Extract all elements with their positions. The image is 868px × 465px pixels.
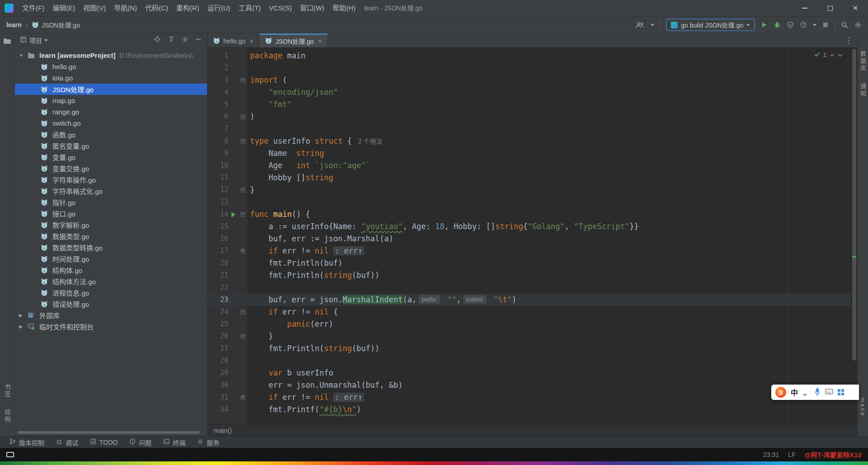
code-line[interactable]: 29 var b userInfo [208, 367, 851, 379]
code-line[interactable]: 7 [208, 123, 851, 135]
project-file-row[interactable]: hello.go [15, 61, 207, 72]
tool-window-button[interactable]: 服务 [191, 437, 225, 448]
chevron-down-icon[interactable] [813, 24, 816, 26]
project-file-row[interactable]: 变量交换.go [15, 163, 207, 174]
code-line[interactable]: 20 fmt.Println(buf) [208, 257, 851, 269]
project-file-row[interactable]: 指针.go [15, 197, 207, 208]
microphone-icon[interactable] [814, 388, 821, 397]
tool-stripe-item[interactable]: 数据库 [859, 51, 867, 72]
tab-close-icon[interactable]: ✕ [250, 38, 254, 44]
maximize-button[interactable] [817, 0, 843, 16]
search-everywhere-icon[interactable] [841, 21, 849, 29]
code-line[interactable]: 31+ if err != nil : err↑ [208, 391, 851, 404]
breadcrumb-project[interactable]: learn [6, 21, 21, 28]
chevron-right-icon[interactable]: ▶ [19, 324, 25, 329]
project-file-row[interactable]: 时间处理.go [15, 253, 207, 264]
menu-item[interactable]: 工具(T) [234, 0, 264, 16]
project-file-row[interactable]: 进程信息.go [15, 287, 207, 298]
editor-tab[interactable]: JSON处理.go✕ [259, 33, 328, 47]
code-with-me-users-icon[interactable] [635, 21, 645, 29]
code-line[interactable]: 14−func main() { [208, 208, 851, 221]
menu-item[interactable]: 运行(U) [203, 0, 235, 16]
ime-toolbox-icon[interactable] [838, 389, 844, 395]
code-line[interactable]: 1package main [208, 50, 851, 62]
settings-gear-icon[interactable] [854, 21, 862, 28]
tab-close-icon[interactable]: ✕ [318, 38, 322, 44]
code-line[interactable]: 17+ if err != nil : err↑ [208, 245, 851, 257]
ime-punctuation-toggle[interactable]: ，。 [802, 388, 810, 397]
menu-item[interactable]: VCS(S) [265, 0, 296, 16]
menu-item[interactable]: 导航(N) [110, 0, 141, 16]
code-area[interactable]: 1package main23−import (4 "encoding/json… [208, 50, 851, 416]
project-horizontal-scrollbar[interactable] [18, 431, 200, 434]
tool-window-button[interactable]: 终端 [157, 437, 191, 448]
code-line[interactable]: 6−) [208, 111, 851, 123]
minimize-button[interactable] [792, 0, 817, 16]
menu-item[interactable]: 帮助(H) [329, 0, 360, 16]
breadcrumb-file[interactable]: JSON处理.go [42, 20, 80, 29]
code-line[interactable]: 10 Age int `json:"age"` [208, 160, 851, 172]
code-line[interactable]: 2 [208, 62, 851, 74]
code-line[interactable]: 27 fmt.Println(string(buf)) [208, 343, 851, 355]
code-line[interactable]: 4 "encoding/json" [208, 86, 851, 99]
fold-collapse-icon[interactable]: − [241, 139, 245, 144]
project-root-row[interactable]: ▼learn [awesomeProject]D:\Environment\Go… [15, 50, 207, 61]
project-tool-window-icon[interactable] [3, 38, 11, 47]
fold-collapse-icon[interactable]: − [241, 212, 245, 217]
tool-stripe-item[interactable]: 书签 [3, 384, 12, 398]
tab-options-icon[interactable]: ⋮ [840, 33, 857, 47]
collapse-all-icon[interactable] [168, 36, 175, 45]
ime-language-toggle[interactable]: 中 [791, 387, 798, 398]
menu-item[interactable]: 视图(V) [79, 0, 110, 16]
code-line[interactable]: 24− if err != nil { [208, 306, 851, 318]
run-configuration-select[interactable]: go build JSON处理.go [666, 19, 755, 31]
code-line[interactable]: 15 a := userInfo{Name: "youtiao", Age: 1… [208, 221, 851, 233]
code-line[interactable]: 30 err = json.Unmarshal(buf, &b) [208, 379, 851, 391]
tool-window-button[interactable]: TODO [84, 437, 123, 448]
code-line[interactable]: 16 buf, err := json.Marshal(a) [208, 233, 851, 245]
project-panel-title[interactable]: 项目 [29, 36, 42, 45]
tool-window-button[interactable]: 调试 [50, 437, 84, 448]
fold-collapse-icon[interactable]: − [241, 114, 245, 119]
run-button[interactable] [760, 21, 768, 28]
project-file-row[interactable]: 数据类型.go [15, 230, 207, 242]
tool-window-button[interactable]: 问题 [123, 437, 157, 448]
project-file-row[interactable]: switch.go [15, 117, 207, 129]
project-file-row[interactable]: 错误处理.go [15, 298, 207, 310]
editor-scrollbar[interactable] [851, 48, 857, 424]
hide-panel-icon[interactable] [195, 36, 202, 44]
tool-stripe-item[interactable]: make [859, 397, 866, 417]
locate-file-icon[interactable] [154, 36, 161, 45]
project-file-row[interactable]: iota.go [15, 72, 207, 84]
fold-collapse-icon[interactable]: − [241, 310, 245, 315]
ime-toolbar[interactable]: S 中 ，。 [771, 385, 859, 400]
code-line[interactable]: 23 buf, err = json.MarshalIndent(a,prefi… [208, 294, 851, 306]
project-file-row[interactable]: 匿名变量.go [15, 140, 207, 151]
code-line[interactable]: 22 [208, 282, 851, 294]
code-line[interactable]: 26− } [208, 330, 851, 343]
fold-collapse-icon[interactable]: − [241, 78, 245, 83]
tool-window-button[interactable]: 版本控制 [4, 437, 50, 448]
project-file-row[interactable]: JSON处理.go [15, 84, 207, 95]
fold-collapse-icon[interactable]: − [241, 188, 245, 193]
code-line[interactable]: 28 [208, 355, 851, 367]
tool-stripe-item[interactable]: 通知 [859, 83, 867, 98]
error-stripe-mark[interactable] [852, 256, 856, 258]
project-file-row[interactable]: 变量.go [15, 151, 207, 163]
breadcrumb-function[interactable]: main() [214, 427, 232, 434]
code-line[interactable]: 25 panic(err) [208, 318, 851, 330]
chevron-down-icon[interactable] [651, 24, 654, 26]
menu-item[interactable]: 重构(R) [172, 0, 203, 16]
project-file-row[interactable]: 函数.go [15, 129, 207, 140]
menu-item[interactable]: 代码(C) [141, 0, 172, 16]
project-file-row[interactable]: 结构体方法.go [15, 276, 207, 287]
panel-settings-gear-icon[interactable] [182, 36, 189, 45]
project-special-row[interactable]: ▶临时文件和控制台 [15, 321, 207, 332]
menu-item[interactable]: 文件(F) [18, 0, 48, 16]
code-line[interactable]: 8−type userInfo struct {2 个用法 [208, 135, 851, 147]
project-file-row[interactable]: 结构体.go [15, 264, 207, 276]
keyboard-icon[interactable] [825, 388, 833, 396]
menu-item[interactable]: 窗口(W) [296, 0, 328, 16]
project-file-row[interactable]: 接口.go [15, 208, 207, 219]
run-line-icon[interactable] [231, 212, 236, 217]
